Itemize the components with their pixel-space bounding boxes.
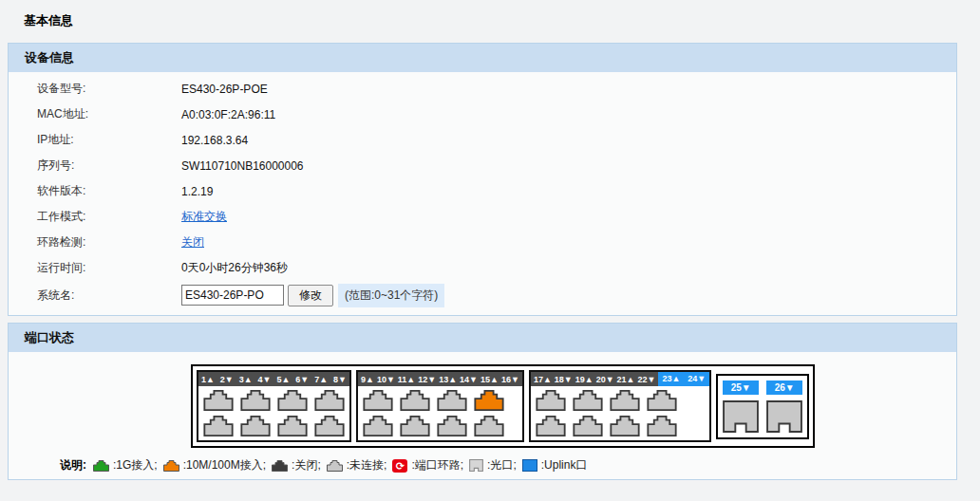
legend-text: :端口环路; <box>411 457 463 473</box>
port-26-icon <box>766 400 802 433</box>
device-model-value: ES430-26P-POE <box>181 83 268 96</box>
port-25: 25▼ <box>723 380 759 433</box>
port-18-icon <box>536 416 566 436</box>
port-10-icon <box>363 416 393 436</box>
sfp-port-group: 25▼26▼ <box>716 374 809 439</box>
port-7-icon <box>314 390 345 411</box>
ip-address-label: IP地址: <box>37 132 181 148</box>
port-13-icon <box>437 390 467 411</box>
port-diagram: 1▲2▼3▲4▼5▲6▼7▲8▼9▲10▼11▲12▼13▲14▼15▲16▼1… <box>191 364 956 448</box>
system-name-row: 系统名: 修改 (范围:0~31个字符) <box>9 281 956 309</box>
port-25-icon <box>723 400 759 433</box>
port-19-icon <box>573 390 603 411</box>
port-1-label: 1▲ <box>201 375 217 384</box>
port-16-icon <box>474 416 504 436</box>
port-7-label: 7▲ <box>314 375 330 384</box>
fiber-icon <box>469 459 483 472</box>
port-18-label: 18▼ <box>555 375 575 384</box>
port-17-label: 17▲ <box>534 375 555 384</box>
rj45-icon <box>163 460 179 472</box>
ip-address-value: 192.168.3.64 <box>181 134 248 147</box>
port-status-body: 1▲2▼3▲4▼5▲6▼7▲8▼9▲10▼11▲12▼13▲14▼15▲16▼1… <box>9 352 956 479</box>
port-26-label: 26▼ <box>766 380 802 395</box>
port-13-label: 13▲ <box>439 375 460 384</box>
system-name-input[interactable] <box>181 285 284 306</box>
legend-text: :1G接入; <box>113 457 158 473</box>
legend-title: 说明: <box>60 457 86 473</box>
port-6-label: 6▼ <box>295 375 311 384</box>
port-21-icon <box>610 390 640 411</box>
port-20-icon <box>573 416 603 436</box>
port-25-label: 25▼ <box>723 380 759 395</box>
legend-item: ⟳:端口环路; <box>392 457 463 473</box>
loop-icon: ⟳ <box>392 459 407 473</box>
device-model-label: 设备型号: <box>37 81 181 97</box>
port-9-icon <box>363 390 393 411</box>
system-name-hint: (范围:0~31个字符) <box>338 284 444 307</box>
legend-text: :10M/100M接入; <box>183 457 266 473</box>
port-11-icon <box>400 390 430 411</box>
legend-item: :光口; <box>469 457 517 473</box>
ip-address-row: IP地址: 192.168.3.64 <box>9 127 956 153</box>
port-17-icon <box>536 390 566 411</box>
software-version-label: 软件版本: <box>37 183 181 199</box>
mac-address-row: MAC地址: A0:03:0F:2A:96:11 <box>9 102 956 127</box>
port-24-icon <box>647 416 677 436</box>
port-11-label: 11▲ <box>398 375 418 384</box>
device-model-row: 设备型号: ES430-26P-POE <box>9 76 956 102</box>
port-12-icon <box>400 416 430 436</box>
legend-text: :Uplink口 <box>541 457 588 473</box>
port-14-icon <box>437 416 467 436</box>
port-8-icon <box>314 416 345 436</box>
port-group: 17▲18▼19▲20▼21▲22▼23▲24▼ <box>529 370 711 442</box>
rj45-port-groups: 1▲2▼3▲4▼5▲6▼7▲8▼9▲10▼11▲12▼13▲14▼15▲16▼1… <box>197 370 711 442</box>
port-22-icon <box>610 416 640 436</box>
legend-item: :关闭; <box>272 457 321 473</box>
port-15-icon <box>474 390 504 411</box>
port-22-label: 22▼ <box>637 375 658 384</box>
loop-detect-row: 环路检测: 关闭 <box>9 230 956 255</box>
mac-address-label: MAC地址: <box>37 106 181 122</box>
port-1-icon <box>203 390 234 411</box>
legend-item: :未连接; <box>327 457 387 473</box>
port-3-label: 3▲ <box>239 375 255 384</box>
legend-item: :Uplink口 <box>522 457 588 473</box>
port-15-label: 15▲ <box>481 375 501 384</box>
port-8-label: 8▼ <box>333 375 349 384</box>
legend-items: :1G接入;:10M/100M接入;:关闭;:未连接;⟳:端口环路;:光口;:U… <box>93 457 587 473</box>
uptime-value: 0天0小时26分钟36秒 <box>181 260 288 276</box>
legend-item: :1G接入; <box>93 457 158 473</box>
port-23-icon <box>647 390 677 411</box>
port-16-label: 16▼ <box>501 375 522 384</box>
port-legend: 说明: :1G接入;:10M/100M接入;:关闭;:未连接;⟳:端口环路;:光… <box>60 457 956 473</box>
port-4-icon <box>240 416 271 436</box>
uplink-icon <box>522 459 537 472</box>
port-6-icon <box>277 416 308 436</box>
modify-button[interactable]: 修改 <box>288 285 333 306</box>
port-10-label: 10▼ <box>377 375 398 384</box>
port-4-label: 4▼ <box>258 375 274 384</box>
port-9-label: 9▲ <box>361 375 377 384</box>
serial-number-row: 序列号: SW110710NB16000006 <box>9 153 956 178</box>
device-info-panel: 设备信息 设备型号: ES430-26P-POE MAC地址: A0:03:0F… <box>8 43 957 316</box>
port-19-label: 19▲ <box>575 375 596 384</box>
rj45-icon <box>93 460 109 472</box>
port-12-label: 12▼ <box>418 375 439 384</box>
software-version-row: 软件版本: 1.2.19 <box>9 178 956 204</box>
legend-text: :未连接; <box>347 457 387 473</box>
port-status-panel: 端口状态 1▲2▼3▲4▼5▲6▼7▲8▼9▲10▼11▲12▼13▲14▼15… <box>8 323 957 480</box>
uptime-row: 运行时间: 0天0小时26分钟36秒 <box>9 255 956 281</box>
port-5-label: 5▲ <box>276 375 292 384</box>
port-26: 26▼ <box>766 380 802 433</box>
legend-item: :10M/100M接入; <box>163 457 266 473</box>
device-info-section-header: 设备信息 <box>9 44 956 72</box>
legend-text: :关闭; <box>292 457 321 473</box>
loop-detect-link[interactable]: 关闭 <box>181 235 204 249</box>
rj45-icon <box>327 460 343 472</box>
page-title: 基本信息 <box>0 0 980 43</box>
loop-detect-label: 环路检测: <box>37 234 181 250</box>
mac-address-value: A0:03:0F:2A:96:11 <box>181 108 275 121</box>
work-mode-link[interactable]: 标准交换 <box>181 210 227 223</box>
device-info-body: 设备型号: ES430-26P-POE MAC地址: A0:03:0F:2A:9… <box>9 72 956 315</box>
port-group: 1▲2▼3▲4▼5▲6▼7▲8▼ <box>197 370 351 442</box>
